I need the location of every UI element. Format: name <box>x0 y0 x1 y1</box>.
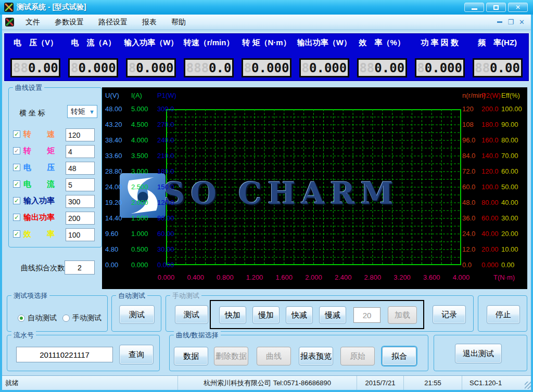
fit-order-input[interactable] <box>65 260 95 275</box>
radio-selected-dot <box>20 317 23 320</box>
meter-label: 转 矩（N·m） <box>242 38 290 48</box>
fit-order-label: 曲线拟合次数 <box>21 264 65 273</box>
curve-row: ✓ 转 速 <box>9 128 103 142</box>
jog-button[interactable]: 快减 <box>286 306 313 324</box>
curve-limit-input[interactable] <box>66 212 95 225</box>
jog-button[interactable]: 慢减 <box>319 306 346 324</box>
meter-display: 8880.0 <box>184 58 234 77</box>
mdi-minimize-icon[interactable] <box>497 21 502 23</box>
minimize-button[interactable] <box>464 3 484 12</box>
exit-test-button[interactable]: 退出测试 <box>455 344 502 363</box>
serial-number-input[interactable] <box>16 347 113 362</box>
curve-checkbox[interactable]: ✓ <box>13 197 20 204</box>
auto-test-button[interactable]: 测试 <box>119 305 155 324</box>
curve-limit-input[interactable] <box>66 228 95 241</box>
curve-data-group: 曲线/数据选择 数据删除数据曲线报表预览原始拟合 <box>169 335 428 371</box>
axis-tick-label: 120.0 <box>157 199 174 206</box>
radio-option[interactable]: 手动测试 <box>62 313 101 323</box>
axis-tick-label: 120 <box>462 105 474 113</box>
meter-dim-digits: 8 <box>302 61 309 75</box>
chart-area: SO CHARM U(V)48.0043.2038.4033.6028.8024… <box>102 87 527 289</box>
curve-row: ✓ 效 率 <box>9 228 103 242</box>
curve-row: ✓ 输出功率 <box>9 212 103 225</box>
curve-data-button[interactable]: 报表预览 <box>299 347 333 365</box>
menu-item[interactable]: 帮助 <box>166 16 191 29</box>
axis-tick-label: 36.0 <box>462 214 475 222</box>
axis-tick-label: 1.200 <box>242 273 267 281</box>
status-ready: 就绪 <box>0 376 178 390</box>
manual-test-button[interactable]: 测试 <box>175 305 208 324</box>
curve-label: 电 压 <box>23 163 55 173</box>
axis-tick-label: 40.00 <box>501 199 518 206</box>
jog-button[interactable]: 快加 <box>219 306 246 324</box>
load-value-input[interactable] <box>353 307 380 323</box>
status-version: SC1.120-1 <box>462 376 533 390</box>
query-button[interactable]: 查询 <box>119 345 154 364</box>
close-button[interactable]: ✕ <box>508 3 528 12</box>
close-icon: ✕ <box>515 4 521 10</box>
meter-value: 0.000 <box>78 61 116 75</box>
mdi-close-icon[interactable]: ✕ <box>519 19 525 25</box>
curve-data-button[interactable]: 数据 <box>174 347 208 365</box>
curve-checkbox[interactable]: ✓ <box>13 180 20 188</box>
axis-tick-label: 4.000 <box>131 136 148 144</box>
curve-limit-input[interactable] <box>66 195 95 208</box>
mdi-restore-icon[interactable]: ❐ <box>507 19 514 25</box>
curve-limit-input[interactable] <box>66 145 95 158</box>
menu-item[interactable]: 参数设置 <box>49 16 89 29</box>
axis-header: Eff(%) <box>501 92 520 99</box>
curve-label: 输入功率 <box>23 196 55 206</box>
curve-checkbox[interactable]: ✓ <box>13 164 20 171</box>
axis-tick-label: 14.40 <box>105 214 122 222</box>
meter-value: 0.000 <box>251 61 289 75</box>
axis-tick-label: 38.40 <box>105 136 122 144</box>
axis-tick-label: 9.60 <box>105 230 118 238</box>
axis-tick-label: 0.500 <box>131 245 148 253</box>
curve-checkbox[interactable]: ✓ <box>13 147 20 154</box>
auto-test-group: 自动测试 测试 <box>111 295 161 332</box>
record-button[interactable]: 记录 <box>433 305 466 324</box>
x-axis-select[interactable]: 转矩 ▼ <box>67 105 97 118</box>
axis-tick-label: 20.00 <box>481 245 499 253</box>
axis-tick-label: 30.00 <box>157 245 174 253</box>
main-area: 电 压（V） 880.00 电 流（A） 80.000 输入功率（W） 80.0… <box>0 30 533 375</box>
curve-settings-group: 曲线设置 横 坐 标 转矩 ▼ ✓ 转 速 ✓ 转 矩 ✓ 电 压 ✓ 电 流 … <box>8 87 102 247</box>
curve-data-button[interactable]: 拟合 <box>382 347 416 365</box>
load-control-box: 快加慢加快减慢减 加载 <box>210 300 424 329</box>
curve-checkbox[interactable]: ✓ <box>13 230 20 238</box>
axis-tick-label: 200.0 <box>481 105 499 113</box>
axis-tick-label: 180.0 <box>157 167 174 175</box>
axis-tick-label: 4.80 <box>105 245 118 253</box>
curve-limit-input[interactable] <box>66 128 95 141</box>
curve-checkbox[interactable]: ✓ <box>13 130 20 138</box>
meter: 输出功率（W） 80.000 <box>295 38 353 77</box>
meter-label: 效 率（%） <box>359 38 405 48</box>
serial-number-title: 流水号 <box>11 331 36 340</box>
maximize-button[interactable] <box>486 3 506 12</box>
menu-item[interactable]: 报表 <box>137 16 162 29</box>
radio-option[interactable]: 自动测试 <box>18 313 57 323</box>
curve-checkbox[interactable]: ✓ <box>13 214 20 221</box>
menu-item[interactable]: 路径设置 <box>93 16 133 29</box>
axis-tick-label: 50.00 <box>501 183 518 191</box>
radio-label: 手动测试 <box>72 313 101 323</box>
curve-limit-input[interactable] <box>66 178 95 191</box>
stop-group: 停止 <box>478 295 527 332</box>
menu-item[interactable]: 文件 <box>20 16 45 29</box>
axis-tick-label: 5.000 <box>131 105 148 113</box>
meter-dim-digits: 88 <box>475 61 490 75</box>
stop-button[interactable]: 停止 <box>487 305 520 324</box>
curve-limit-input[interactable] <box>66 162 95 175</box>
axis-header: P1(W) <box>157 92 176 99</box>
jog-button[interactable]: 慢加 <box>252 306 280 324</box>
meter-dim-digits: 888 <box>186 61 209 75</box>
axis-tick-label: 100.00 <box>501 105 522 113</box>
axis-tick-label: 1.600 <box>272 273 297 281</box>
axis-tick-label: 12.0 <box>462 245 475 253</box>
meter-display: 80.000 <box>68 58 118 77</box>
meter-value: 0.00 <box>374 61 404 75</box>
serial-number-group: 流水号 查询 <box>7 335 160 371</box>
curve-label: 转 速 <box>23 129 55 139</box>
meter-value: 0.000 <box>425 61 462 75</box>
axis-tick-label: 1.500 <box>131 214 148 222</box>
